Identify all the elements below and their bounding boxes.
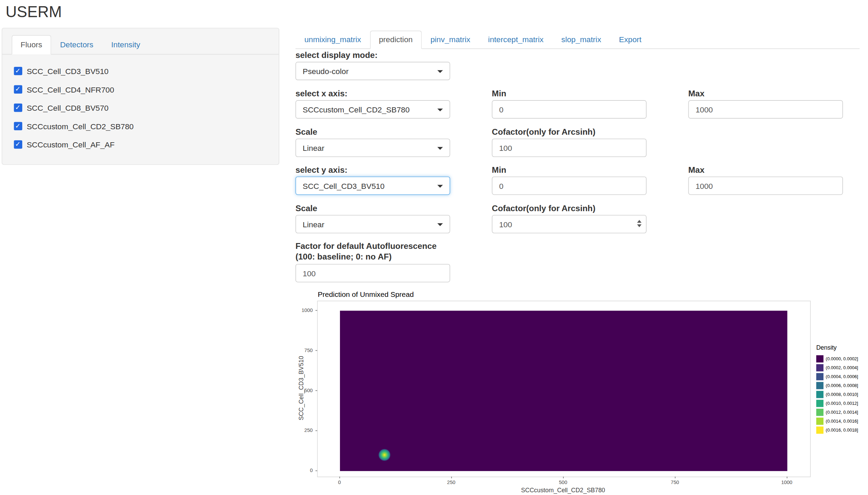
x-tick-label: 250 xyxy=(447,480,455,485)
fluor-checkbox-label: SCCcustom_Cell_CD2_SB780 xyxy=(27,122,134,131)
x-scale-select[interactable]: Linear xyxy=(295,138,450,157)
y-cofactor-input[interactable] xyxy=(492,215,646,233)
y-tick-label: 0 xyxy=(310,468,313,473)
y-tick-label: 500 xyxy=(304,388,313,393)
app-title: USERM xyxy=(5,3,62,21)
legend-entries: (0.0000, 0.0002](0.0002, 0.0004](0.0004,… xyxy=(816,354,858,434)
legend-label: (0.0016, 0.0018] xyxy=(826,427,858,433)
y-axis-title: SCC_Cell_CD3_BV510 xyxy=(298,356,304,420)
tab-intercept-matrix[interactable]: intercept_matrix xyxy=(479,31,552,49)
y-tick-label: 1000 xyxy=(302,307,313,313)
legend-swatch xyxy=(816,408,823,415)
x-axis-label: select x axis: xyxy=(295,88,347,98)
fluor-checkbox[interactable] xyxy=(14,85,22,94)
y-tick-mark xyxy=(316,310,317,311)
y-cofactor-field xyxy=(492,215,646,233)
tab-prediction[interactable]: prediction xyxy=(370,31,422,49)
x-max-input[interactable] xyxy=(688,100,843,119)
plot-panel xyxy=(317,301,811,477)
fluor-panel: Fluors Detectors Intensity SCC_Cell_CD3_… xyxy=(2,28,279,165)
y-max-input[interactable] xyxy=(688,177,843,195)
y-axis-select[interactable]: SCC_Cell_CD3_BV510 xyxy=(295,177,450,195)
legend-label: (0.0014, 0.0016] xyxy=(826,419,858,424)
y-tick-mark xyxy=(316,471,317,471)
density-tile xyxy=(340,311,787,471)
legend-swatch xyxy=(816,417,823,424)
tab-intensity[interactable]: Intensity xyxy=(102,35,149,55)
legend-label: (0.0008, 0.0010] xyxy=(826,392,858,397)
y-tick-label: 250 xyxy=(304,427,313,433)
tab-slop-matrix[interactable]: slop_matrix xyxy=(552,31,610,49)
legend-entry: (0.0016, 0.0018] xyxy=(816,425,858,434)
legend-entry: (0.0000, 0.0002] xyxy=(816,354,858,363)
legend-label: (0.0012, 0.0014] xyxy=(826,410,858,415)
tab-export[interactable]: Export xyxy=(610,31,650,49)
legend-entry: (0.0012, 0.0014] xyxy=(816,408,858,416)
fluor-checkbox-row: SCC_Cell_CD3_BV510 xyxy=(14,67,279,75)
legend-label: (0.0006, 0.0008] xyxy=(826,383,858,388)
prediction-plot: Prediction of Unmixed Spread 02505007501… xyxy=(295,289,859,495)
legend-swatch xyxy=(816,373,823,380)
y-min-input[interactable] xyxy=(492,177,646,195)
display-mode-label: select display mode: xyxy=(295,50,378,60)
chevron-down-icon xyxy=(437,147,443,150)
x-min-input[interactable] xyxy=(492,100,646,119)
legend-swatch xyxy=(816,355,823,362)
legend-swatch xyxy=(816,390,823,398)
x-cofactor-input[interactable] xyxy=(492,138,646,157)
fluor-panel-tabs: Fluors Detectors Intensity xyxy=(2,28,279,55)
fluor-checkbox[interactable] xyxy=(14,104,22,112)
x-min-label: Min xyxy=(492,88,506,98)
legend-label: (0.0002, 0.0004] xyxy=(826,365,858,370)
fluor-checkbox[interactable] xyxy=(14,122,22,130)
number-stepper-icon[interactable] xyxy=(637,220,641,227)
tab-unmixing-matrix[interactable]: unmixing_matrix xyxy=(295,31,370,49)
chevron-down-icon xyxy=(437,185,443,188)
plot-legend: Density (0.0000, 0.0002](0.0002, 0.0004]… xyxy=(816,344,858,434)
x-tick-mark xyxy=(563,476,564,478)
fluor-checkbox-row: SCC_Cell_CD8_BV570 xyxy=(14,104,279,112)
x-tick-mark xyxy=(675,476,676,478)
x-cofactor-label: Cofactor(only for Arcsinh) xyxy=(492,127,595,136)
tab-pinv-matrix[interactable]: pinv_matrix xyxy=(421,31,479,49)
app-root: USERM Fluors Detectors Intensity SCC_Cel… xyxy=(0,0,868,495)
fluor-checkbox-list: SCC_Cell_CD3_BV510 SCC_Cell_CD4_NFR700 S… xyxy=(2,55,279,149)
fluor-checkbox-label: SCC_Cell_CD3_BV510 xyxy=(27,67,109,75)
fluor-checkbox-label: SCC_Cell_CD8_BV570 xyxy=(27,103,109,112)
fluor-checkbox[interactable] xyxy=(14,67,22,75)
y-min-label: Min xyxy=(492,165,506,174)
legend-label: (0.0000, 0.0002] xyxy=(826,356,858,361)
legend-label: (0.0010, 0.0012] xyxy=(826,401,858,406)
y-tick-mark xyxy=(316,390,317,391)
y-tick-mark xyxy=(316,431,317,431)
af-factor-input[interactable] xyxy=(295,264,450,282)
plot-title: Prediction of Unmixed Spread xyxy=(318,290,414,298)
display-mode-select[interactable]: Pseudo-color xyxy=(295,62,450,80)
y-axis-value: SCC_Cell_CD3_BV510 xyxy=(303,181,384,190)
x-tick-label: 1000 xyxy=(781,480,793,485)
legend-swatch xyxy=(816,364,823,371)
x-axis-title: SCCcustom_Cell_CD2_SB780 xyxy=(521,487,605,493)
fluor-checkbox[interactable] xyxy=(14,140,22,148)
fluor-checkbox-row: SCCcustom_Cell_CD2_SB780 xyxy=(14,122,279,130)
legend-label: (0.0004, 0.0006] xyxy=(826,374,858,379)
x-tick-label: 500 xyxy=(559,480,567,485)
chevron-down-icon xyxy=(437,223,443,226)
legend-title: Density xyxy=(816,344,858,351)
legend-swatch xyxy=(816,399,823,407)
x-axis-select[interactable]: SCCcustom_Cell_CD2_SB780 xyxy=(295,100,450,119)
x-tick-labels: 02505007501000 xyxy=(317,476,810,486)
y-scale-select[interactable]: Linear xyxy=(295,215,450,233)
chevron-down-icon xyxy=(437,109,443,111)
tab-detectors[interactable]: Detectors xyxy=(51,35,102,55)
y-cofactor-label: Cofactor(only for Arcsinh) xyxy=(492,203,595,213)
y-max-label: Max xyxy=(688,165,705,174)
y-axis-label: select y axis: xyxy=(295,165,347,174)
legend-swatch xyxy=(816,382,823,389)
legend-entry: (0.0002, 0.0004] xyxy=(816,363,858,372)
fluor-checkbox-row: SCC_Cell_CD4_NFR700 xyxy=(14,85,279,94)
tab-fluors[interactable]: Fluors xyxy=(12,35,51,55)
legend-swatch xyxy=(816,426,823,433)
x-max-label: Max xyxy=(688,88,705,98)
x-scale-label: Scale xyxy=(295,127,317,136)
